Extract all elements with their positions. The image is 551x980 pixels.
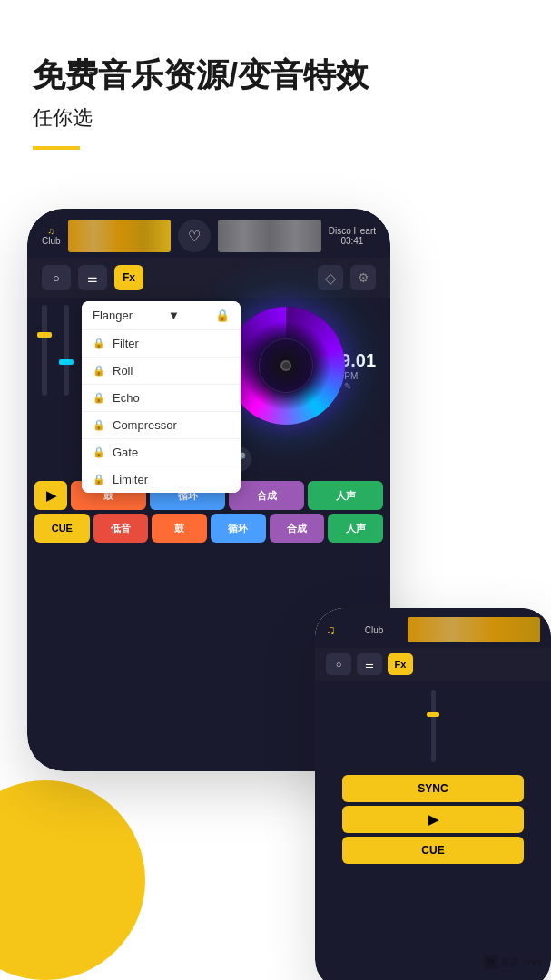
- pad-bass[interactable]: 低音: [93, 514, 149, 543]
- pads-row-2: CUE 低音 鼓 循环 合成 人声: [34, 514, 383, 543]
- fx-item-limiter[interactable]: 🔒 Limiter: [82, 466, 241, 493]
- fx-item-lock-2: 🔒: [93, 392, 105, 404]
- fx-item-filter[interactable]: 🔒 Filter: [82, 330, 241, 358]
- heart-icon: ♡: [178, 220, 211, 252]
- phone-secondary-screen: ♫ Club ○ ⚌ Fx SYNC: [315, 608, 551, 980]
- vinyl-disc: [227, 307, 345, 425]
- sec-controls-bar: ○ ⚌ Fx: [315, 648, 551, 681]
- fx-item-lock-1: 🔒: [93, 365, 105, 377]
- fx-item-lock-0: 🔒: [93, 338, 105, 349]
- sec-eq-btn[interactable]: ⚌: [357, 653, 382, 675]
- pad-drum-2[interactable]: 鼓: [152, 514, 207, 543]
- sec-fader-track[interactable]: [431, 690, 436, 762]
- sec-music-icon: ♫: [326, 622, 336, 637]
- diamond-btn[interactable]: ◇: [318, 265, 343, 290]
- sec-track-name: Club: [341, 625, 408, 635]
- fx-item-label-3: Compressor: [113, 418, 177, 432]
- phone-secondary: ♫ Club ○ ⚌ Fx SYNC: [315, 608, 551, 980]
- fx-item-label-5: Limiter: [113, 473, 148, 486]
- fx-item-roll[interactable]: 🔒 Roll: [82, 358, 241, 385]
- fx-item-label-1: Roll: [113, 364, 133, 377]
- fx-selected-label: Flanger: [93, 309, 133, 322]
- sub-title: 任你选: [33, 104, 518, 132]
- sec-top-bar: ♫ Club: [315, 608, 551, 648]
- watermark: 微 微茶.com: [484, 955, 542, 969]
- track-name-right: Disco Heart 03:41: [329, 226, 376, 246]
- eq-btn[interactable]: ⚌: [78, 265, 107, 290]
- sec-fader-section: [315, 681, 551, 771]
- sec-pad-play[interactable]: ▶: [342, 806, 524, 833]
- header-section: 免费音乐资源/变音特效 任你选: [0, 0, 551, 150]
- sec-pad-row-sync: SYNC: [322, 775, 544, 802]
- sec-waveform: [408, 617, 540, 642]
- fx-item-lock-5: 🔒: [93, 474, 105, 485]
- yellow-line: [33, 146, 80, 150]
- circle-btn[interactable]: ○: [42, 265, 71, 290]
- fx-btn[interactable]: Fx: [114, 265, 143, 290]
- gear-btn[interactable]: ⚙: [350, 265, 376, 290]
- sec-pad-row-play: ▶: [322, 806, 544, 833]
- sec-fader-thumb: [427, 712, 439, 717]
- screen-top-bar: ♫ Club ♡ Disco Heart 03:41: [27, 209, 390, 258]
- fx-item-gate[interactable]: 🔒 Gate: [82, 439, 241, 466]
- pad-cue[interactable]: CUE: [34, 514, 90, 543]
- sec-pads-section: SYNC ▶ CUE: [315, 771, 551, 871]
- fader-track-right: [64, 305, 69, 396]
- fx-item-label-0: Filter: [113, 337, 139, 350]
- sec-circle-btn[interactable]: ○: [326, 653, 351, 675]
- fx-item-label-2: Echo: [113, 391, 140, 405]
- fx-item-echo[interactable]: 🔒 Echo: [82, 385, 241, 412]
- fx-item-lock-4: 🔒: [93, 446, 105, 458]
- fader-thumb-right: [59, 359, 74, 365]
- pad-vocal-2[interactable]: 人声: [328, 514, 383, 543]
- fx-item-label-4: Gate: [113, 446, 138, 459]
- sec-fx-btn[interactable]: Fx: [388, 653, 413, 675]
- fx-item-compressor[interactable]: 🔒 Compressor: [82, 412, 241, 439]
- sec-pad-sync[interactable]: SYNC: [342, 775, 524, 802]
- sec-pad-cue[interactable]: CUE: [342, 837, 524, 864]
- fx-lock-icon: 🔒: [215, 309, 230, 322]
- pad-play[interactable]: ▶: [34, 481, 67, 510]
- watermark-text: 微茶.com: [500, 956, 542, 969]
- watermark-icon: 微: [484, 955, 498, 969]
- waveform-left: [68, 220, 172, 252]
- waveform-right: [218, 220, 321, 252]
- fader-left[interactable]: [42, 305, 47, 436]
- sec-pad-row-cue: CUE: [322, 837, 544, 864]
- fader-right[interactable]: [64, 305, 69, 436]
- fx-dropdown[interactable]: Flanger ▼ 🔒 🔒 Filter 🔒 Roll 🔒 Echo: [82, 301, 241, 493]
- main-title: 免费音乐资源/变音特效: [33, 54, 518, 97]
- controls-bar: ○ ⚌ Fx ◇ ⚙: [27, 258, 390, 298]
- pad-synth-2[interactable]: 合成: [270, 514, 325, 543]
- fader-thumb-left: [37, 332, 52, 338]
- track-name-left: ♫ Club: [42, 226, 61, 246]
- phones-container: ♫ Club ♡ Disco Heart 03:41 ○ ⚌ Fx: [0, 209, 551, 980]
- fx-item-lock-3: 🔒: [93, 419, 105, 431]
- fx-arrow-icon: ▼: [168, 309, 180, 322]
- fader-track-left: [42, 305, 47, 396]
- pad-vocal-1[interactable]: 人声: [308, 481, 383, 510]
- pad-loop-2[interactable]: 循环: [211, 514, 266, 543]
- fx-dropdown-header: Flanger ▼ 🔒: [82, 301, 241, 330]
